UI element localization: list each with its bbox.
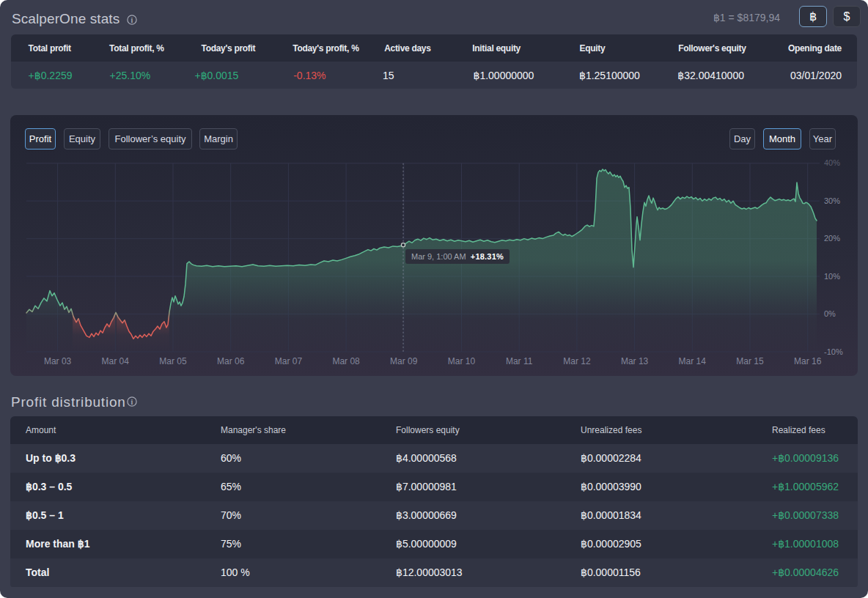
svg-text:20%: 20% bbox=[824, 234, 840, 243]
svg-text:Mar 04: Mar 04 bbox=[102, 356, 130, 366]
svg-text:Mar 03: Mar 03 bbox=[44, 356, 72, 366]
svg-text:Mar 05: Mar 05 bbox=[159, 356, 187, 366]
svg-text:Mar 15: Mar 15 bbox=[736, 356, 764, 366]
svg-text:30%: 30% bbox=[824, 196, 840, 205]
svg-text:-10%: -10% bbox=[824, 347, 843, 356]
svg-text:i: i bbox=[131, 398, 133, 406]
svg-text:10%: 10% bbox=[824, 272, 840, 281]
svg-text:40%: 40% bbox=[824, 158, 840, 167]
svg-text:Mar 09: Mar 09 bbox=[390, 356, 418, 366]
svg-text:Mar 12: Mar 12 bbox=[563, 356, 591, 366]
svg-text:Mar 10: Mar 10 bbox=[448, 356, 476, 366]
svg-text:0%: 0% bbox=[824, 309, 836, 318]
svg-text:Mar 07: Mar 07 bbox=[275, 356, 303, 366]
svg-text:Mar 06: Mar 06 bbox=[217, 356, 245, 366]
svg-text:Mar 16: Mar 16 bbox=[794, 356, 822, 366]
svg-text:Mar 13: Mar 13 bbox=[621, 356, 649, 366]
svg-text:Mar 08: Mar 08 bbox=[332, 356, 360, 366]
svg-text:Mar 14: Mar 14 bbox=[679, 356, 707, 366]
svg-text:Mar 11: Mar 11 bbox=[506, 356, 533, 366]
svg-text:i: i bbox=[131, 16, 133, 24]
